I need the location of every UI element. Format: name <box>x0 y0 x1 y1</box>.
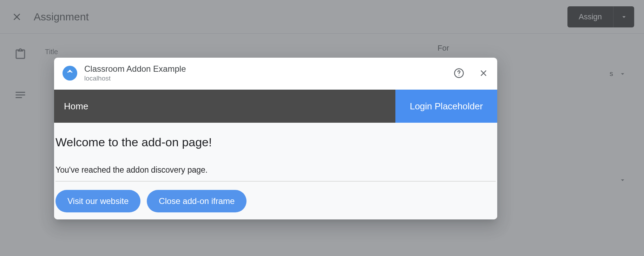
addon-nav-bar: Home Login Placeholder <box>54 90 497 123</box>
close-iframe-button[interactable]: Close add-on iframe <box>147 190 247 212</box>
addon-app-icon <box>63 66 77 81</box>
visit-website-button[interactable]: Visit our website <box>55 190 140 212</box>
svg-point-2 <box>459 75 459 76</box>
addon-button-row: Visit our website Close add-on iframe <box>55 190 496 212</box>
modal-title-block: Classroom Addon Example localhost <box>84 64 447 82</box>
modal-body: Home Login Placeholder Welcome to the ad… <box>54 89 497 219</box>
modal-header: Classroom Addon Example localhost <box>54 58 497 89</box>
addon-content-area: Welcome to the add-on page! You've reach… <box>54 123 497 219</box>
nav-home-link[interactable]: Home <box>54 90 395 123</box>
help-circle-icon <box>454 68 464 78</box>
addon-modal: Classroom Addon Example localhost Home L… <box>54 58 497 219</box>
modal-subtitle: localhost <box>84 75 447 82</box>
nav-login-link[interactable]: Login Placeholder <box>395 90 497 123</box>
modal-title: Classroom Addon Example <box>84 64 447 74</box>
person-arms-up-icon <box>65 69 74 78</box>
content-divider <box>55 181 496 181</box>
welcome-heading: Welcome to the add-on page! <box>55 135 496 149</box>
close-icon <box>479 68 488 78</box>
modal-header-actions <box>454 68 489 78</box>
close-modal-button[interactable] <box>478 68 489 78</box>
welcome-description: You've reached the addon discovery page. <box>55 165 496 175</box>
help-button[interactable] <box>454 68 464 78</box>
